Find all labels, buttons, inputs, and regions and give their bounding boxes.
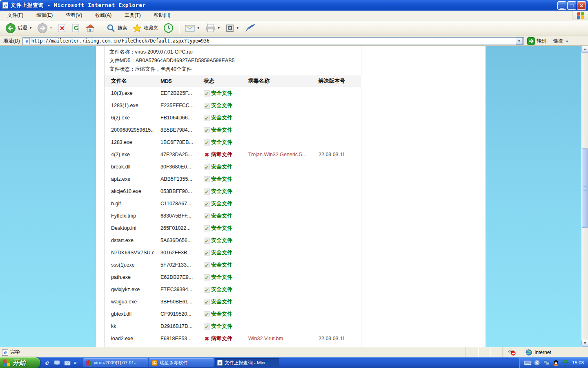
status-pane <box>466 347 478 357</box>
ie-quicklaunch-icon[interactable]: e <box>43 359 50 366</box>
status-main-pane: e 完毕 <box>0 347 466 357</box>
favorites-button[interactable]: 收藏夹 <box>130 22 160 34</box>
back-label: 后退 <box>18 25 27 31</box>
taskbar-button-ie-active[interactable]: e 文件上报查询 - Micr... <box>215 358 279 367</box>
safe-check-icon: ✔ <box>204 274 210 280</box>
back-caret-icon[interactable]: ▼ <box>29 26 32 30</box>
refresh-button[interactable] <box>69 22 82 34</box>
file-name-cell: qwixjykz.exe <box>105 287 154 292</box>
status-cell: ✔安全文件 <box>197 261 242 269</box>
links-chevron-icon[interactable]: » <box>566 38 568 43</box>
menu-edit[interactable]: 编辑(E) <box>32 11 57 20</box>
safe-check-icon: ✔ <box>204 299 210 305</box>
status-label: 安全文件 <box>211 298 232 305</box>
rising-umbrella-icon[interactable] <box>562 359 568 366</box>
vertical-scrollbar[interactable]: ▲ ▼ <box>581 46 588 347</box>
status-label: 安全文件 <box>211 114 232 121</box>
taskbar-clock: 15:03 <box>572 360 584 365</box>
forward-button[interactable]: ▼ <box>35 22 55 34</box>
refresh-icon <box>71 23 80 33</box>
md5-cell: F6818EF53... <box>154 336 197 341</box>
outlook-express-icon[interactable] <box>64 359 71 366</box>
status-label: 安全文件 <box>211 90 232 97</box>
stop-button[interactable] <box>56 22 69 34</box>
status-pane <box>490 347 502 357</box>
menu-file[interactable]: 文件(F) <box>3 11 27 20</box>
safe-check-icon: ✔ <box>204 311 210 317</box>
scroll-up-icon[interactable]: ▲ <box>581 46 588 53</box>
favorites-label: 收藏夹 <box>144 25 158 31</box>
edit-caret-icon[interactable]: ▼ <box>236 26 239 30</box>
status-cell: ✔安全文件 <box>197 90 242 97</box>
messenger-icon <box>244 23 256 33</box>
file-name-cell: dstart.exe <box>105 238 154 243</box>
start-label: 开始 <box>13 359 26 367</box>
mail-caret-icon[interactable]: ▼ <box>197 26 200 30</box>
menu-view[interactable]: 查看(V) <box>62 11 86 20</box>
header-version: 解决版本号 <box>312 77 361 85</box>
virus-name-cell[interactable]: Trojan.Win32.Generic.5... <box>242 152 312 157</box>
safe-check-icon: ✔ <box>204 287 210 293</box>
safe-check-icon: ✔ <box>204 139 210 146</box>
status-cell: ✔安全文件 <box>197 163 242 171</box>
address-dropdown-icon[interactable]: ▼ <box>516 38 523 45</box>
messenger-button[interactable] <box>242 22 258 34</box>
stop-icon <box>58 23 67 33</box>
qq-icon[interactable] <box>552 359 559 366</box>
back-button[interactable]: 后退 ▼ <box>3 22 34 34</box>
safe-check-icon: ✔ <box>204 238 210 244</box>
status-label: 安全文件 <box>211 200 232 207</box>
keyboard-input-icon[interactable]: ⌨ <box>524 359 531 366</box>
go-button[interactable]: 转到 <box>527 37 546 45</box>
safe-check-icon: ✔ <box>204 176 210 182</box>
menu-tools[interactable]: 工具(T) <box>120 11 145 20</box>
status-cell: ✖病毒文件 <box>197 151 242 158</box>
start-button[interactable]: 开始 <box>0 357 40 368</box>
address-input[interactable]: e http://mailcenter.rising.com.cn/FileCh… <box>22 37 524 45</box>
md5-cell: EEF2B225F... <box>154 90 197 96</box>
links-label[interactable]: 链接 <box>553 38 563 45</box>
status-cell: ✔安全文件 <box>197 102 242 109</box>
md5-cell: 6830A5BFF... <box>154 213 197 219</box>
menu-bar: 文件(F) 编辑(E) 查看(V) 收藏(A) 工具(T) 帮助(H) <box>0 11 588 20</box>
quick-launch-chevron-icon[interactable]: » <box>74 360 77 366</box>
security-zone-pane: Internet <box>521 347 588 357</box>
window-controls: ▁ ❐ ✕ <box>557 1 586 10</box>
virus-name-cell[interactable]: Win32.Virut.bm <box>242 336 312 341</box>
home-button[interactable] <box>83 22 97 34</box>
taskbar-button-winrar[interactable]: virus-2009[1].07.01-... <box>83 358 148 367</box>
restore-button[interactable]: ❐ <box>567 1 576 10</box>
mail-icon <box>185 24 195 33</box>
show-desktop-icon[interactable] <box>53 359 60 366</box>
menu-help[interactable]: 帮助(H) <box>150 11 175 20</box>
search-button[interactable]: 搜索 <box>104 22 129 34</box>
taskbar-button-rising[interactable]: 瑞星杀毒软件 <box>149 358 214 367</box>
hide-icons-chevron-icon[interactable] <box>534 359 540 366</box>
edit-button[interactable]: ▼ <box>223 23 241 34</box>
close-button[interactable]: ✕ <box>577 1 586 10</box>
print-button[interactable]: ▼ <box>203 22 223 34</box>
table-row: waigua.exe3BF50BE61...✔安全文件 <box>105 296 361 308</box>
menu-favorites[interactable]: 收藏(A) <box>91 11 116 20</box>
address-separator <box>550 37 550 45</box>
address-url: http://mailcenter.rising.com.cn/FileChec… <box>31 38 209 44</box>
file-table-body: 10(3).exeEEF2B225F...✔安全文件1283(1).exeE23… <box>105 87 361 345</box>
file-name-cell: path.exe <box>105 274 154 280</box>
edit-icon <box>225 24 234 33</box>
mail-button[interactable]: ▼ <box>183 23 202 34</box>
md5-cell: D2916B17D... <box>154 323 197 329</box>
scroll-down-icon[interactable]: ▼ <box>581 340 588 347</box>
md5-cell: 3BF50BE61... <box>154 299 197 305</box>
table-row: gbtext.dllCF9919520...✔安全文件 <box>105 308 361 320</box>
file-name-cell: sss(1).exe <box>105 262 154 268</box>
safe-check-icon: ✔ <box>204 90 210 96</box>
status-label: 安全文件 <box>211 188 232 195</box>
scrollbar-thumb[interactable] <box>582 148 588 228</box>
file-status-label: 文件状态： <box>109 66 135 72</box>
network-icon[interactable] <box>543 359 550 366</box>
print-caret-icon[interactable]: ▼ <box>217 26 220 30</box>
history-button[interactable] <box>161 22 176 34</box>
table-row: 6(2).exeFB1064D66...✔安全文件 <box>105 112 361 124</box>
privacy-report-pane[interactable] <box>502 347 521 357</box>
minimize-button[interactable]: ▁ <box>557 1 566 10</box>
